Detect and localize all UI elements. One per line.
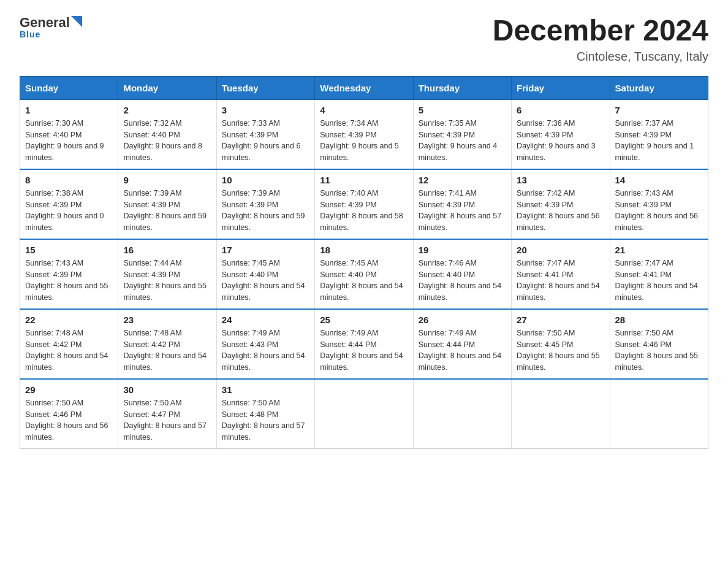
calendar-week-4: 22 Sunrise: 7:48 AMSunset: 4:42 PMDaylig… bbox=[20, 309, 708, 379]
title-block: December 2024 Cintolese, Tuscany, Italy bbox=[493, 15, 708, 64]
table-row: 4 Sunrise: 7:34 AMSunset: 4:39 PMDayligh… bbox=[315, 99, 413, 169]
table-row: 14 Sunrise: 7:43 AMSunset: 4:39 PMDaylig… bbox=[610, 169, 708, 239]
day-number: 29 bbox=[25, 385, 113, 395]
table-row: 30 Sunrise: 7:50 AMSunset: 4:47 PMDaylig… bbox=[118, 379, 216, 449]
day-info: Sunrise: 7:47 AMSunset: 4:41 PMDaylight:… bbox=[517, 259, 600, 302]
table-row: 20 Sunrise: 7:47 AMSunset: 4:41 PMDaylig… bbox=[512, 239, 610, 309]
day-number: 2 bbox=[123, 105, 211, 115]
day-info: Sunrise: 7:35 AMSunset: 4:39 PMDaylight:… bbox=[419, 119, 498, 162]
day-number: 19 bbox=[419, 245, 506, 255]
table-row: 1 Sunrise: 7:30 AMSunset: 4:40 PMDayligh… bbox=[20, 99, 118, 169]
day-number: 6 bbox=[517, 105, 604, 115]
day-number: 13 bbox=[517, 175, 604, 185]
day-info: Sunrise: 7:50 AMSunset: 4:48 PMDaylight:… bbox=[222, 399, 305, 442]
day-number: 1 bbox=[25, 105, 113, 115]
table-row: 17 Sunrise: 7:45 AMSunset: 4:40 PMDaylig… bbox=[216, 239, 314, 309]
day-info: Sunrise: 7:37 AMSunset: 4:39 PMDaylight:… bbox=[615, 119, 694, 162]
header-thursday: Thursday bbox=[413, 76, 511, 99]
table-row: 19 Sunrise: 7:46 AMSunset: 4:40 PMDaylig… bbox=[413, 239, 511, 309]
day-info: Sunrise: 7:47 AMSunset: 4:41 PMDaylight:… bbox=[615, 259, 699, 302]
table-row: 26 Sunrise: 7:49 AMSunset: 4:44 PMDaylig… bbox=[413, 309, 511, 379]
table-row: 9 Sunrise: 7:39 AMSunset: 4:39 PMDayligh… bbox=[118, 169, 216, 239]
table-row: 21 Sunrise: 7:47 AMSunset: 4:41 PMDaylig… bbox=[610, 239, 708, 309]
table-row: 22 Sunrise: 7:48 AMSunset: 4:42 PMDaylig… bbox=[20, 309, 118, 379]
logo-triangle-icon bbox=[71, 16, 82, 27]
day-number: 20 bbox=[517, 245, 604, 255]
table-row: 11 Sunrise: 7:40 AMSunset: 4:39 PMDaylig… bbox=[315, 169, 413, 239]
day-number: 28 bbox=[615, 315, 703, 325]
table-row: 7 Sunrise: 7:37 AMSunset: 4:39 PMDayligh… bbox=[610, 99, 708, 169]
day-number: 21 bbox=[615, 245, 703, 255]
day-number: 7 bbox=[615, 105, 703, 115]
day-info: Sunrise: 7:50 AMSunset: 4:45 PMDaylight:… bbox=[517, 329, 600, 372]
table-row: 23 Sunrise: 7:48 AMSunset: 4:42 PMDaylig… bbox=[118, 309, 216, 379]
day-number: 5 bbox=[419, 105, 506, 115]
day-number: 4 bbox=[320, 105, 408, 115]
day-number: 10 bbox=[222, 175, 309, 185]
day-number: 18 bbox=[320, 245, 408, 255]
day-number: 31 bbox=[222, 385, 309, 395]
day-number: 15 bbox=[25, 245, 113, 255]
day-info: Sunrise: 7:39 AMSunset: 4:39 PMDaylight:… bbox=[123, 189, 207, 232]
month-title: December 2024 bbox=[493, 15, 708, 47]
day-number: 12 bbox=[419, 175, 506, 185]
table-row: 24 Sunrise: 7:49 AMSunset: 4:43 PMDaylig… bbox=[216, 309, 314, 379]
table-row: 5 Sunrise: 7:35 AMSunset: 4:39 PMDayligh… bbox=[413, 99, 511, 169]
table-row: 2 Sunrise: 7:32 AMSunset: 4:40 PMDayligh… bbox=[118, 99, 216, 169]
calendar-table: Sunday Monday Tuesday Wednesday Thursday… bbox=[20, 76, 708, 449]
day-number: 25 bbox=[320, 315, 408, 325]
table-row bbox=[413, 379, 511, 449]
location-subtitle: Cintolese, Tuscany, Italy bbox=[493, 50, 708, 64]
day-number: 16 bbox=[123, 245, 211, 255]
table-row: 27 Sunrise: 7:50 AMSunset: 4:45 PMDaylig… bbox=[512, 309, 610, 379]
day-info: Sunrise: 7:33 AMSunset: 4:39 PMDaylight:… bbox=[222, 119, 301, 162]
calendar-week-2: 8 Sunrise: 7:38 AMSunset: 4:39 PMDayligh… bbox=[20, 169, 708, 239]
svg-marker-0 bbox=[71, 16, 82, 27]
day-info: Sunrise: 7:45 AMSunset: 4:40 PMDaylight:… bbox=[320, 259, 403, 302]
table-row: 29 Sunrise: 7:50 AMSunset: 4:46 PMDaylig… bbox=[20, 379, 118, 449]
day-info: Sunrise: 7:42 AMSunset: 4:39 PMDaylight:… bbox=[517, 189, 600, 232]
day-info: Sunrise: 7:36 AMSunset: 4:39 PMDaylight:… bbox=[517, 119, 596, 162]
day-info: Sunrise: 7:45 AMSunset: 4:40 PMDaylight:… bbox=[222, 259, 305, 302]
day-info: Sunrise: 7:50 AMSunset: 4:47 PMDaylight:… bbox=[123, 399, 207, 442]
day-info: Sunrise: 7:48 AMSunset: 4:42 PMDaylight:… bbox=[25, 329, 108, 372]
day-info: Sunrise: 7:50 AMSunset: 4:46 PMDaylight:… bbox=[25, 399, 108, 442]
day-number: 30 bbox=[123, 385, 211, 395]
day-info: Sunrise: 7:43 AMSunset: 4:39 PMDaylight:… bbox=[615, 189, 699, 232]
day-number: 14 bbox=[615, 175, 703, 185]
day-info: Sunrise: 7:38 AMSunset: 4:39 PMDaylight:… bbox=[25, 189, 104, 232]
day-number: 17 bbox=[222, 245, 309, 255]
table-row: 25 Sunrise: 7:49 AMSunset: 4:44 PMDaylig… bbox=[315, 309, 413, 379]
calendar-week-3: 15 Sunrise: 7:43 AMSunset: 4:39 PMDaylig… bbox=[20, 239, 708, 309]
day-number: 22 bbox=[25, 315, 113, 325]
day-number: 8 bbox=[25, 175, 113, 185]
header-saturday: Saturday bbox=[610, 76, 708, 99]
table-row: 8 Sunrise: 7:38 AMSunset: 4:39 PMDayligh… bbox=[20, 169, 118, 239]
day-number: 26 bbox=[419, 315, 506, 325]
table-row: 10 Sunrise: 7:39 AMSunset: 4:39 PMDaylig… bbox=[216, 169, 314, 239]
table-row: 13 Sunrise: 7:42 AMSunset: 4:39 PMDaylig… bbox=[512, 169, 610, 239]
day-info: Sunrise: 7:49 AMSunset: 4:43 PMDaylight:… bbox=[222, 329, 305, 372]
table-row bbox=[610, 379, 708, 449]
table-row bbox=[512, 379, 610, 449]
table-row: 31 Sunrise: 7:50 AMSunset: 4:48 PMDaylig… bbox=[216, 379, 314, 449]
day-info: Sunrise: 7:43 AMSunset: 4:39 PMDaylight:… bbox=[25, 259, 108, 302]
header-wednesday: Wednesday bbox=[315, 76, 413, 99]
day-info: Sunrise: 7:49 AMSunset: 4:44 PMDaylight:… bbox=[320, 329, 403, 372]
day-info: Sunrise: 7:41 AMSunset: 4:39 PMDaylight:… bbox=[419, 189, 502, 232]
day-info: Sunrise: 7:34 AMSunset: 4:39 PMDaylight:… bbox=[320, 119, 399, 162]
table-row: 15 Sunrise: 7:43 AMSunset: 4:39 PMDaylig… bbox=[20, 239, 118, 309]
day-info: Sunrise: 7:46 AMSunset: 4:40 PMDaylight:… bbox=[419, 259, 502, 302]
day-info: Sunrise: 7:49 AMSunset: 4:44 PMDaylight:… bbox=[419, 329, 502, 372]
table-row bbox=[315, 379, 413, 449]
calendar-week-5: 29 Sunrise: 7:50 AMSunset: 4:46 PMDaylig… bbox=[20, 379, 708, 449]
day-info: Sunrise: 7:48 AMSunset: 4:42 PMDaylight:… bbox=[123, 329, 207, 372]
header-monday: Monday bbox=[118, 76, 216, 99]
day-number: 23 bbox=[123, 315, 211, 325]
header-sunday: Sunday bbox=[20, 76, 118, 99]
header-friday: Friday bbox=[512, 76, 610, 99]
day-info: Sunrise: 7:40 AMSunset: 4:39 PMDaylight:… bbox=[320, 189, 403, 232]
logo: General Blue bbox=[20, 15, 82, 39]
day-info: Sunrise: 7:39 AMSunset: 4:39 PMDaylight:… bbox=[222, 189, 305, 232]
logo-general-text: General bbox=[20, 15, 70, 31]
